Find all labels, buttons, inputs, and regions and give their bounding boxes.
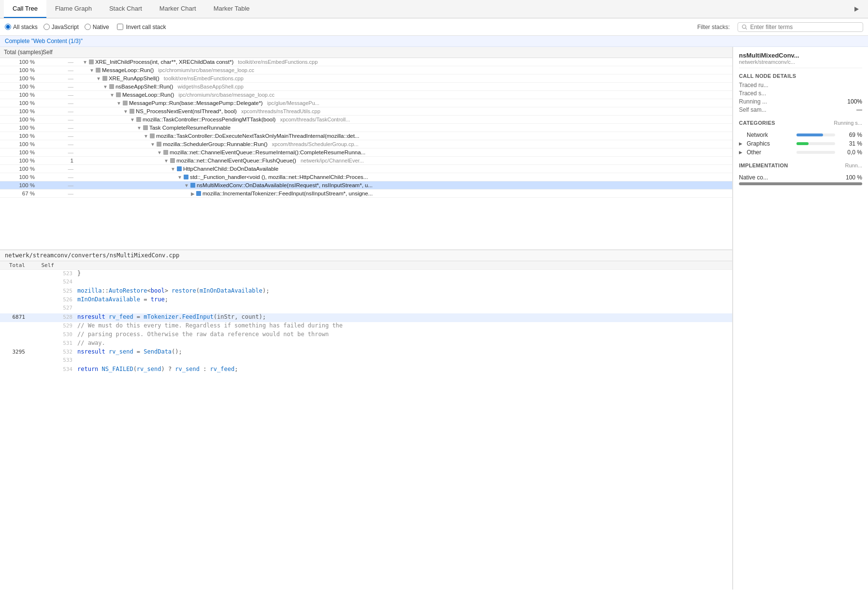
table-row[interactable]: 100 %—▼nsMultiMixedConv::OnDataAvailable… [0,181,732,190]
fn-name: XRE_RunAppShell() [109,75,159,81]
tree-arrow-icon[interactable]: ▼ [110,92,115,98]
tree-arrow-icon[interactable]: ▼ [164,158,169,163]
table-row[interactable]: 67 %—▶mozilla::IncrementalTokenizer::Fee… [0,190,732,198]
table-row[interactable]: 100 %—▼Task CompleteResumeRunnable [0,124,732,132]
tree-arrow-icon[interactable]: ▼ [171,166,175,172]
tree-arrow-icon[interactable]: ▼ [177,175,182,180]
code-row: 525mozilla::AutoRestore<bool> restore(mI… [0,287,732,296]
all-stacks-radio[interactable]: All stacks [5,24,38,30]
col-self[interactable]: Self [39,47,77,58]
table-row[interactable]: 100 %—▼MessageLoop::Run()ipc/chromium/sr… [0,91,732,99]
categories-section: Categories Running s... Network 69 % ▶ G… [739,120,862,156]
left-panel: Total (samples) Self 100 %—▼XRE_InitChil… [0,47,733,590]
code-rows: 523}524525mozilla::AutoRestore<bool> res… [0,270,732,374]
tree-arrow-icon[interactable]: ▼ [123,109,128,114]
table-row[interactable]: 100 %1▼mozilla::net::ChannelEventQueue::… [0,157,732,165]
tree-arrow-icon[interactable]: ▼ [103,84,108,89]
native-radio[interactable]: Native [85,24,109,30]
table-row[interactable]: 100 %—▼std::_Function_handler<void (), m… [0,173,732,181]
fn-name: NS_ProcessNextEvent(nsIThread*, bool) [136,108,237,114]
fn-file: toolkit/xre/nsEmbedFunctions.cpp [164,75,244,81]
tree-arrow-icon[interactable]: ▼ [96,76,101,81]
fn-name: MessagePump::Run(base::MessagePump::Dele… [129,100,263,106]
tree-arrow-icon[interactable]: ▼ [144,133,148,139]
table-row[interactable]: 100 %—▼mozilla::net::ChannelEventQueue::… [0,148,732,157]
fn-type-icon [196,191,201,196]
table-row[interactable]: 100 %—▼MessageLoop::Run()ipc/chromium/sr… [0,66,732,74]
fn-name: MessageLoop::Run() [122,92,174,98]
col-total[interactable]: Total (samples) [0,47,39,58]
detail-row: Traced ru... [739,82,862,89]
tab-flame-graph[interactable]: Flame Graph [46,0,101,18]
tab-marker-table[interactable]: Marker Table [205,0,259,18]
fn-name: nsBaseAppShell::Run() [116,84,174,89]
table-row[interactable]: 100 %—▼mozilla::SchedulerGroup::Runnable… [0,140,732,148]
svg-point-1 [742,25,746,28]
code-col-total: Total [0,262,29,268]
table-row[interactable]: 100 %—▼MessagePump::Run(base::MessagePum… [0,99,732,107]
table-row[interactable]: 100 %—▼mozilla::TaskController::ProcessP… [0,116,732,124]
fn-type-icon [116,92,121,97]
table-row[interactable]: 100 %—▼NS_ProcessNextEvent(nsIThread*, b… [0,107,732,116]
fn-file: xpcom/threads/nsThreadUtils.cpp [241,108,320,114]
right-sidebar: nsMultiMixedConv... netwerk/streamconv/c… [733,47,868,590]
fn-file: xpcom/threads/SchedulerGroup.cp... [272,141,359,147]
tree-arrow-icon[interactable]: ▼ [157,150,162,155]
category-row: ▶ Other 0,0 % [739,149,862,156]
tab-marker-chart[interactable]: Marker Chart [151,0,205,18]
tab-bar: Call Tree Flame Graph Stack Chart Marker… [0,0,868,18]
tree-arrow-icon[interactable]: ▶ [191,191,195,196]
table-row[interactable]: 100 %—▼XRE_InitChildProcess(int, char**,… [0,58,732,66]
fn-type-icon [109,84,114,89]
call-tree-area[interactable]: Total (samples) Self 100 %—▼XRE_InitChil… [0,47,732,250]
category-row: ▶ Graphics 31 % [739,140,862,147]
filter-input-wrap [738,22,863,32]
code-row: 526mInOnDataAvailable = true; [0,296,732,305]
filter-input[interactable] [750,24,859,30]
fn-type-icon [177,166,182,171]
filter-stacks-label: Filter stacks: [697,24,730,30]
fn-type-icon [150,133,155,138]
code-row: 534return NS_FAILED(rv_send) ? rv_send :… [0,366,732,374]
code-area[interactable]: netwerk/streamconv/converters/nsMultiMix… [0,250,732,590]
search-icon [742,24,747,30]
code-row: 533 [0,357,732,366]
tab-stack-chart[interactable]: Stack Chart [101,0,151,18]
code-row: 530// parsing process. Otherwise the raw… [0,331,732,340]
col-function [77,47,732,58]
code-row: 524 [0,279,732,287]
table-row[interactable]: 100 %—▼XRE_RunAppShell()toolkit/xre/nsEm… [0,74,732,83]
fn-type-icon [163,150,168,155]
fn-name: MessageLoop::Run() [102,67,154,73]
tree-arrow-icon[interactable]: ▼ [116,101,121,106]
table-row[interactable]: 100 %—▼HttpChannelChild::DoOnDataAvailab… [0,165,732,173]
fn-name: mozilla::net::ChannelEventQueue::ResumeI… [170,149,365,155]
tree-arrow-icon[interactable]: ▼ [184,183,189,188]
detail-row: Self sam...— [739,106,862,113]
tree-arrow-icon[interactable]: ▼ [89,68,94,73]
tree-arrow-icon[interactable]: ▼ [137,125,142,131]
code-row: 3295532nsresult rv_send = SendData(); [0,348,732,357]
fn-name: nsMultiMixedConv::OnDataAvailable(nsIReq… [197,182,373,188]
fn-name: mozilla::TaskController::ProcessPendingM… [143,117,275,122]
tree-arrow-icon[interactable]: ▼ [150,142,155,147]
invert-call-stack-checkbox[interactable]: Invert call stack [117,24,166,30]
table-row[interactable]: 100 %—▼nsBaseAppShell::Run()widget/nsBas… [0,83,732,91]
detail-row: Traced s... [739,90,862,97]
tab-extra-button[interactable] [849,0,864,18]
code-file-header: netwerk/streamconv/converters/nsMultiMix… [0,250,732,261]
stack-filter-group: All stacks JavaScript Native [5,24,109,30]
fn-file: ipc/chromium/src/base/message_loop.cc [158,67,254,73]
fn-type-icon [123,101,128,105]
tree-arrow-icon[interactable]: ▼ [83,59,87,65]
table-row[interactable]: 100 %—▼mozilla::TaskController::DoExecut… [0,132,732,140]
fn-name: mozilla::TaskController::DoExecuteNextTa… [156,133,360,139]
call-tree-table: Total (samples) Self 100 %—▼XRE_InitChil… [0,47,732,198]
tab-call-tree[interactable]: Call Tree [4,0,46,18]
fn-file: ipc/chromium/src/base/message_loop.cc [178,92,275,98]
breadcrumb[interactable]: Complete "Web Content (1/3)" [0,36,868,47]
javascript-radio[interactable]: JavaScript [43,24,79,30]
code-row: 527 [0,305,732,313]
fn-name: mozilla::net::ChannelEventQueue::FlushQu… [176,158,296,163]
tree-arrow-icon[interactable]: ▼ [130,117,135,122]
